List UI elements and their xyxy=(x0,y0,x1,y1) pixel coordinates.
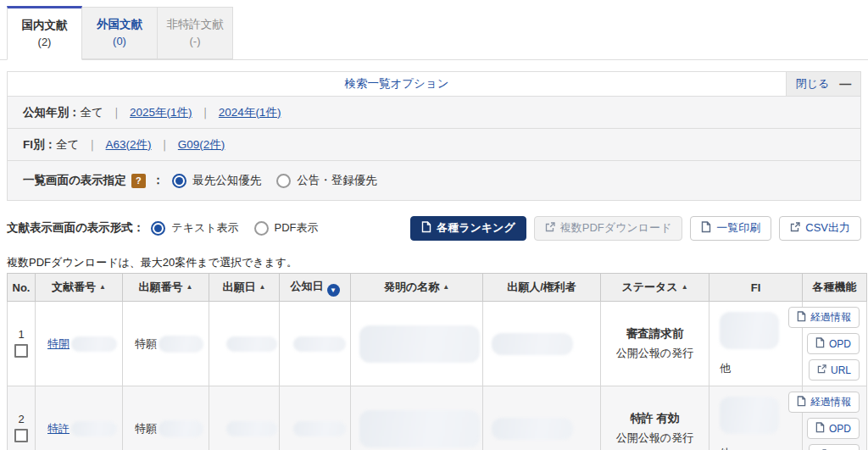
col-header-publication-date[interactable]: 公知日▼ xyxy=(280,274,351,302)
row-select-checkbox[interactable] xyxy=(14,429,28,442)
col-header-filing-date[interactable]: 出願日▲ xyxy=(209,274,280,302)
tab-count: (-) xyxy=(158,35,232,47)
radio-text-display[interactable] xyxy=(151,221,165,236)
sort-asc-icon[interactable]: ▲ xyxy=(682,283,688,291)
pdf-download-note: 複数PDFダウンロードは、最大20案件まで選択できます。 xyxy=(7,255,298,270)
radio-pdf-display[interactable] xyxy=(254,221,269,236)
status-main: 特許 有効 xyxy=(606,411,704,426)
fi-label: FI別： xyxy=(23,137,56,153)
options-panel-title[interactable]: 検索一覧オプション xyxy=(8,72,786,96)
radio-registration-priority[interactable] xyxy=(276,174,291,188)
col-header-functions: 各種機能 xyxy=(803,274,867,302)
tab-count: (2) xyxy=(8,36,81,48)
progress-info-button[interactable]: 経過情報 xyxy=(788,392,860,413)
col-header-doc-number[interactable]: 文献番号▲ xyxy=(36,274,123,302)
results-table: No. 文献番号▲ 出願番号▲ 出願日▲ 公知日▼ 発明の名称▲ 出願人/権利者… xyxy=(7,273,867,450)
row-select-checkbox[interactable] xyxy=(14,344,28,358)
col-header-status[interactable]: ステータス▲ xyxy=(601,274,709,302)
button-label: OPD xyxy=(829,423,851,435)
separator: ｜ xyxy=(86,137,97,153)
url-button[interactable]: URL xyxy=(809,444,860,450)
redacted-value xyxy=(226,336,277,352)
ranking-button[interactable]: 各種ランキング xyxy=(410,216,526,241)
applicant-cell xyxy=(483,386,601,450)
status-cell: 審査請求前 公開公報の発行 xyxy=(601,302,709,386)
redacted-value xyxy=(720,312,779,349)
status-cell: 特許 有効 公開公報の発行 xyxy=(601,386,709,450)
format-label: 文献表示画面の表示形式： xyxy=(7,220,144,236)
table-header-row: No. 文献番号▲ 出願番号▲ 出願日▲ 公知日▼ 発明の名称▲ 出願人/権利者… xyxy=(8,274,867,302)
known-year-link-2024[interactable]: 2024年(1件) xyxy=(219,105,281,120)
button-label: URL xyxy=(831,364,851,376)
radio-label: 公告・登録優先 xyxy=(297,173,377,188)
print-list-button[interactable]: 一覧印刷 xyxy=(690,216,771,241)
radio-first-publication-priority[interactable] xyxy=(172,174,186,188)
document-number-link[interactable]: 特許 xyxy=(47,421,70,436)
redacted-value xyxy=(359,410,480,447)
tab-foreign-documents[interactable]: 外国文献 (0) xyxy=(82,7,158,59)
app-number-cell: 特願 xyxy=(123,386,209,450)
sort-asc-icon[interactable]: ▲ xyxy=(186,283,193,291)
fi-link-g09[interactable]: G09(2件) xyxy=(178,137,225,153)
redacted-value xyxy=(492,333,573,355)
app-number-cell: 特願 xyxy=(123,302,209,386)
document-format-row: 文献表示画面の表示形式： テキスト表示 PDF表示 各種ランキング 複数PDFダ… xyxy=(7,214,861,242)
close-label: 閉じる xyxy=(796,76,830,92)
redacted-value xyxy=(159,420,203,437)
opd-button[interactable]: OPD xyxy=(807,418,860,439)
help-icon[interactable]: ? xyxy=(131,174,146,188)
options-panel-header: 検索一覧オプション 閉じる — xyxy=(8,72,860,97)
document-icon xyxy=(815,337,825,351)
progress-info-button[interactable]: 経過情報 xyxy=(788,307,860,328)
document-number-link[interactable]: 特開 xyxy=(47,336,70,352)
known-year-link-2025[interactable]: 2025年(1件) xyxy=(130,105,192,120)
document-icon xyxy=(421,221,431,236)
row-number-cell: 2 xyxy=(8,386,36,450)
separator: ｜ xyxy=(200,105,211,120)
button-label: 複数PDFダウンロード xyxy=(560,220,672,236)
known-year-label: 公知年別： xyxy=(23,105,81,120)
tab-label: 非特許文献 xyxy=(158,17,232,32)
known-year-filter-row: 公知年別： 全て ｜ 2025年(1件) ｜ 2024年(1件) xyxy=(8,97,860,129)
header-label: 出願番号 xyxy=(139,281,183,293)
filing-date-cell xyxy=(209,386,280,450)
fi-extra: 他 xyxy=(720,361,797,376)
status-sub: 公開公報の発行 xyxy=(606,431,704,446)
redacted-value xyxy=(71,336,117,352)
csv-output-button[interactable]: CSV出力 xyxy=(779,216,861,241)
opd-button[interactable]: OPD xyxy=(807,333,860,354)
tab-count: (0) xyxy=(82,35,157,47)
row-number: 2 xyxy=(13,413,30,425)
external-link-icon xyxy=(790,222,800,235)
sort-desc-active-icon[interactable]: ▼ xyxy=(327,284,340,297)
url-button[interactable]: URL xyxy=(809,359,860,381)
sort-asc-icon[interactable]: ▲ xyxy=(99,283,106,291)
header-label: FI xyxy=(751,281,761,294)
tab-domestic-documents[interactable]: 国内文献 (2) xyxy=(7,6,82,60)
collapse-panel-button[interactable]: 閉じる — xyxy=(786,72,860,96)
document-icon xyxy=(815,422,825,436)
header-label: 発明の名称 xyxy=(384,281,439,293)
tab-non-patent-documents[interactable]: 非特許文献 (-) xyxy=(158,7,233,59)
header-label: 出願人/権利者 xyxy=(507,281,576,293)
sort-asc-icon[interactable]: ▲ xyxy=(442,283,449,291)
header-label: 各種機能 xyxy=(813,281,857,293)
doc-number-cell: 特開 xyxy=(36,302,123,386)
applicant-cell xyxy=(483,302,601,386)
table-row: 2 特許 特願 xyxy=(8,386,867,450)
fi-link-a63[interactable]: A63(2件) xyxy=(106,137,152,153)
search-options-panel: 検索一覧オプション 閉じる — 公知年別： 全て ｜ 2025年(1件) ｜ 2… xyxy=(7,71,861,201)
header-label: ステータス xyxy=(621,281,677,293)
radio-label: テキスト表示 xyxy=(171,220,238,236)
button-label: CSV出力 xyxy=(805,220,850,236)
functions-cell: 経過情報 OPD URL xyxy=(803,302,867,386)
col-header-fi: FI xyxy=(709,274,803,302)
sort-asc-icon[interactable]: ▲ xyxy=(259,283,266,291)
list-display-setting-row: 一覧画面の表示指定 ? ： 最先公知優先 公告・登録優先 xyxy=(8,161,860,200)
multi-pdf-download-button[interactable]: 複数PDFダウンロード xyxy=(534,216,683,241)
app-number-prefix: 特願 xyxy=(135,336,157,352)
col-header-no: No. xyxy=(8,274,36,302)
col-header-invention-title[interactable]: 発明の名称▲ xyxy=(351,274,483,302)
filing-date-cell xyxy=(209,302,280,386)
col-header-app-number[interactable]: 出願番号▲ xyxy=(123,274,209,302)
